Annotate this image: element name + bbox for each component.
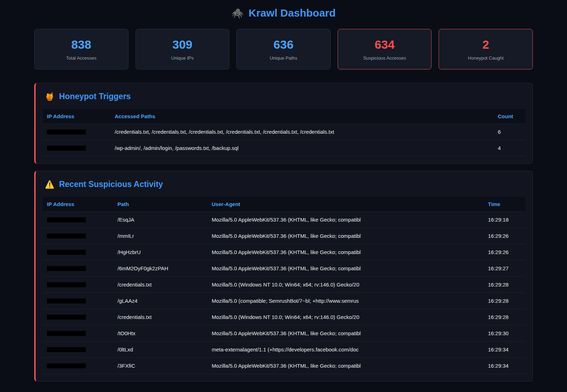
table-row: /tO0Htx Mozilla/5.0 AppleWebKit/537.36 (…: [43, 325, 525, 342]
spider-icon: 🕷️: [231, 7, 244, 19]
ip-cell: [43, 124, 110, 140]
table-row: /mmILr Mozilla/5.0 AppleWebKit/537.36 (K…: [43, 228, 525, 244]
table-row: /EsqJA Mozilla/5.0 AppleWebKit/537.36 (K…: [43, 212, 525, 228]
ua-cell: meta-externalagent/1.1 (+https://develop…: [207, 342, 484, 358]
honeypot-icon: 🍯: [45, 92, 54, 101]
time-cell: 16:29:26: [484, 244, 525, 260]
path-cell: /6mM2OyF0gk2zPAH: [113, 260, 207, 277]
col-header-ip: IP Address: [43, 109, 110, 124]
stats-row: 838 Total Accesses 309 Unique IPs 636 Un…: [34, 29, 533, 70]
stat-card-unique-paths: 636 Unique Paths: [236, 29, 331, 70]
path-cell: /3FXfiC: [113, 358, 207, 374]
path-cell: /credentials.txt: [113, 277, 207, 293]
suspicious-activity-panel: ⚠️ Recent Suspicious Activity IP Address…: [34, 171, 533, 381]
path-cell: /tO0Htx: [113, 325, 207, 342]
redacted-ip-bar: [47, 282, 86, 287]
redacted-ip-bar: [47, 146, 86, 151]
honeypot-table: IP Address Accessed Paths Count /credent…: [43, 109, 525, 156]
redacted-ip-bar: [47, 250, 86, 255]
redacted-ip-bar: [47, 363, 86, 368]
time-cell: 16:29:27: [484, 260, 525, 277]
count-cell: 6: [494, 124, 525, 140]
ip-cell: [43, 277, 113, 293]
table-row: /credentials.txt Mozilla/5.0 (Windows NT…: [43, 277, 525, 293]
table-row: /HgHzbrU Mozilla/5.0 AppleWebKit/537.36 …: [43, 244, 525, 260]
dashboard-page: 🕷️ Krawl Dashboard 838 Total Accesses 30…: [0, 0, 567, 392]
stat-label: Unique IPs: [139, 55, 226, 61]
suspicious-title-text: Recent Suspicious Activity: [59, 180, 163, 189]
stat-card-unique-ips: 309 Unique IPs: [135, 29, 230, 70]
table-header-row: IP Address Path User-Agent Time: [43, 197, 525, 212]
table-row: /wp-admin/, /admin/login, /passwords.txt…: [43, 140, 525, 156]
stat-value: 2: [442, 38, 529, 50]
stat-label: Honeypot Caught: [442, 55, 529, 61]
path-cell: /0ltLxd: [113, 342, 207, 358]
ip-cell: [43, 293, 113, 309]
ip-cell: [43, 212, 113, 228]
redacted-ip-bar: [47, 298, 86, 303]
table-row: /3FXfiC Mozilla/5.0 AppleWebKit/537.36 (…: [43, 358, 525, 374]
redacted-ip-bar: [47, 266, 86, 271]
stat-label: Suspicious Accesses: [342, 55, 428, 61]
col-header-count: Count: [494, 109, 525, 124]
ua-cell: Mozilla/5.0 AppleWebKit/537.36 (KHTML, l…: [207, 228, 484, 244]
suspicious-panel-title: ⚠️ Recent Suspicious Activity: [45, 180, 523, 189]
time-cell: 16:29:18: [484, 212, 525, 228]
time-cell: 16:29:26: [484, 228, 525, 244]
time-cell: 16:29:28: [484, 309, 525, 325]
honeypot-triggers-panel: 🍯 Honeypot Triggers IP Address Accessed …: [34, 83, 533, 164]
ip-cell: [43, 325, 113, 342]
table-row: /credentials.txt Mozilla/5.0 (Windows NT…: [43, 309, 525, 325]
ua-cell: Mozilla/5.0 AppleWebKit/537.36 (KHTML, l…: [207, 325, 484, 342]
paths-cell: /wp-admin/, /admin/login, /passwords.txt…: [110, 140, 494, 156]
redacted-ip-bar: [47, 234, 86, 239]
stat-card-honeypot-caught: 2 Honeypot Caught: [439, 29, 533, 70]
col-header-path: Path: [113, 197, 207, 212]
path-cell: /HgHzbrU: [113, 244, 207, 260]
col-header-paths: Accessed Paths: [110, 109, 494, 124]
table-row: /gLAAz4 Mozilla/5.0 (compatible; Semrush…: [43, 293, 525, 309]
stat-card-suspicious-accesses: 634 Suspicious Accesses: [338, 29, 432, 70]
time-cell: 16:29:28: [484, 277, 525, 293]
path-cell: /credentials.txt: [113, 309, 207, 325]
ua-cell: Mozilla/5.0 AppleWebKit/537.36 (KHTML, l…: [207, 358, 484, 374]
ua-cell: Mozilla/5.0 AppleWebKit/537.36 (KHTML, l…: [207, 244, 484, 260]
table-header-row: IP Address Accessed Paths Count: [43, 109, 525, 124]
ip-cell: [43, 342, 113, 358]
ip-cell: [43, 309, 113, 325]
redacted-ip-bar: [47, 217, 86, 222]
stat-card-total-accesses: 838 Total Accesses: [34, 29, 128, 70]
ip-cell: [43, 358, 113, 374]
ip-cell: [43, 244, 113, 260]
ua-cell: Mozilla/5.0 (compatible; SemrushBot/7~bl…: [207, 293, 484, 309]
path-cell: /mmILr: [113, 228, 207, 244]
ua-cell: Mozilla/5.0 AppleWebKit/537.36 (KHTML, l…: [207, 212, 484, 228]
redacted-ip-bar: [47, 315, 86, 320]
col-header-ua: User-Agent: [207, 197, 484, 212]
page-header: 🕷️ Krawl Dashboard: [34, 0, 533, 29]
ip-cell: [43, 260, 113, 277]
time-cell: 16:29:34: [484, 342, 525, 358]
stat-value: 634: [342, 38, 428, 50]
redacted-ip-bar: [47, 331, 86, 336]
path-cell: /gLAAz4: [113, 293, 207, 309]
col-header-time: Time: [484, 197, 525, 212]
col-header-ip: IP Address: [43, 197, 113, 212]
stat-value: 636: [240, 38, 327, 50]
page-title: Krawl Dashboard: [249, 7, 336, 19]
redacted-ip-bar: [47, 347, 86, 352]
ua-cell: Mozilla/5.0 (Windows NT 10.0; Win64; x64…: [207, 277, 484, 293]
path-cell: /EsqJA: [113, 212, 207, 228]
table-row: /credentials.txt, /credentials.txt, /cre…: [43, 124, 525, 140]
ua-cell: Mozilla/5.0 (Windows NT 10.0; Win64; x64…: [207, 309, 484, 325]
count-cell: 4: [494, 140, 525, 156]
stat-value: 838: [38, 38, 125, 50]
stat-label: Total Accesses: [38, 55, 125, 61]
paths-cell: /credentials.txt, /credentials.txt, /cre…: [110, 124, 494, 140]
time-cell: 16:29:34: [484, 358, 525, 374]
table-row: /6mM2OyF0gk2zPAH Mozilla/5.0 AppleWebKit…: [43, 260, 525, 277]
ip-cell: [43, 140, 110, 156]
stat-label: Unique Paths: [240, 55, 327, 61]
redacted-ip-bar: [47, 129, 86, 134]
honeypot-panel-title: 🍯 Honeypot Triggers: [45, 92, 523, 101]
